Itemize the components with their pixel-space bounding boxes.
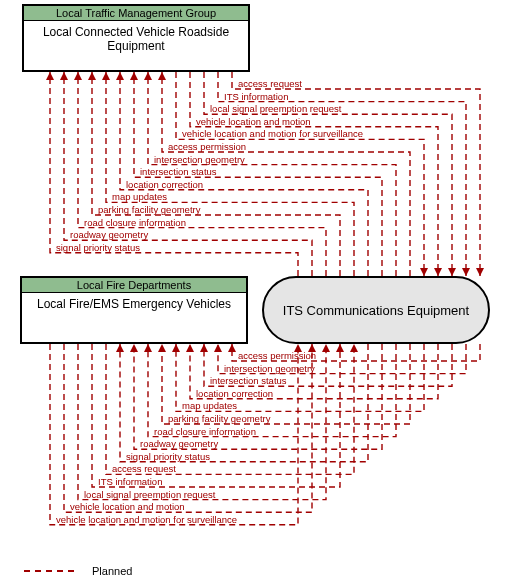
node-its: ITS Communications Equipment <box>262 276 490 344</box>
flow-label: vehicle location and motion <box>70 502 185 512</box>
flow-label: vehicle location and motion for surveill… <box>182 129 363 139</box>
flow-label: location correction <box>126 180 203 190</box>
node-rse-header: Local Traffic Management Group <box>24 6 248 21</box>
flow-label: roadway geometry <box>140 439 218 449</box>
flow-label: intersection status <box>140 167 217 177</box>
flow-label: access permission <box>238 351 316 361</box>
flow-label: access request <box>238 79 302 89</box>
node-ems-body: Local Fire/EMS Emergency Vehicles <box>22 293 246 315</box>
flow-label: local signal preemption request <box>210 104 342 114</box>
node-rse-body: Local Connected Vehicle Roadside Equipme… <box>24 21 248 57</box>
flow-label: road closure information <box>84 218 186 228</box>
node-its-label: ITS Communications Equipment <box>283 303 469 318</box>
flow-label: access permission <box>168 142 246 152</box>
flow-label: signal priority status <box>126 452 210 462</box>
flow-label: parking facility geometry <box>168 414 270 424</box>
legend-dash-icon <box>24 570 74 572</box>
flow-label: intersection geometry <box>224 364 315 374</box>
flow-label: vehicle location and motion <box>196 117 311 127</box>
flow-label: map updates <box>182 401 237 411</box>
flow-label: location correction <box>196 389 273 399</box>
flow-label: access request <box>112 464 176 474</box>
node-rse: Local Traffic Management Group Local Con… <box>22 4 250 72</box>
flow-label: ITS information <box>98 477 162 487</box>
flow-label: map updates <box>112 192 167 202</box>
legend: Planned <box>24 565 132 577</box>
flow-label: intersection geometry <box>154 155 245 165</box>
flow-label: vehicle location and motion for surveill… <box>56 515 237 525</box>
flow-label: local signal preemption request <box>84 490 216 500</box>
flow-label: road closure information <box>154 427 256 437</box>
flow-label: roadway geometry <box>70 230 148 240</box>
flow-label: ITS information <box>224 92 288 102</box>
legend-label: Planned <box>92 565 132 577</box>
flow-label: intersection status <box>210 376 287 386</box>
flow-label: signal priority status <box>56 243 140 253</box>
node-ems-header: Local Fire Departments <box>22 278 246 293</box>
node-ems: Local Fire Departments Local Fire/EMS Em… <box>20 276 248 344</box>
flow-label: parking facility geometry <box>98 205 200 215</box>
